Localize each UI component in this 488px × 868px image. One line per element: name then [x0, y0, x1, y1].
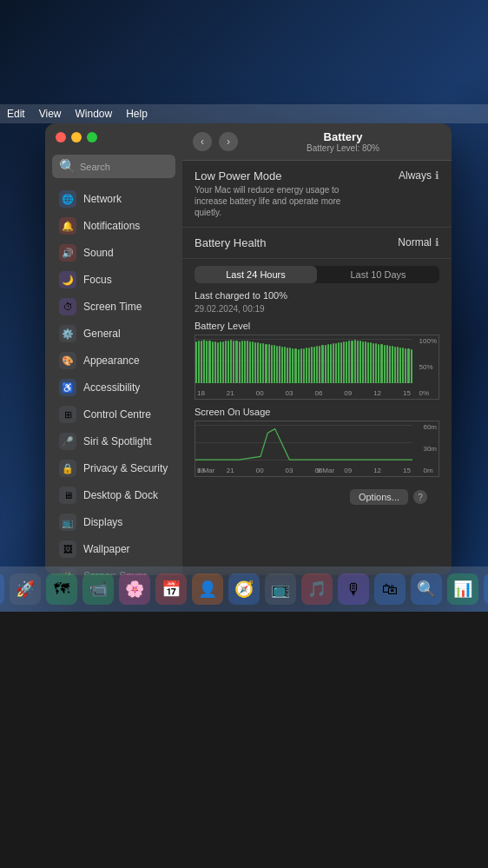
- battery-bar: [394, 347, 396, 383]
- maximize-button[interactable]: [87, 132, 97, 142]
- search-input[interactable]: [80, 162, 168, 172]
- battery-bar: [292, 348, 293, 383]
- general-label: General: [83, 328, 121, 340]
- battery-bar: [359, 341, 361, 383]
- battery-bar: [357, 341, 359, 383]
- sidebar-item-desktop[interactable]: 🖥Desktop & Dock: [49, 482, 179, 508]
- battery-bar: [319, 346, 320, 383]
- sidebar-item-network[interactable]: 🌐Network: [49, 186, 179, 212]
- dock-item-facetime[interactable]: 📹: [82, 573, 114, 605]
- battery-bar: [281, 347, 283, 383]
- tab-24h[interactable]: Last 24 Hours: [195, 266, 317, 283]
- menu-edit[interactable]: Edit: [7, 108, 25, 120]
- battery-bar: [260, 343, 261, 383]
- sidebar-item-notifications[interactable]: 🔔Notifications: [49, 213, 179, 239]
- info-icon[interactable]: ℹ: [435, 169, 439, 182]
- battery-bar: [384, 345, 386, 383]
- battery-bar: [235, 341, 237, 383]
- dock-item-podcasts[interactable]: 🎙: [338, 573, 369, 605]
- sidebar-item-wallpaper[interactable]: 🖼Wallpaper: [49, 536, 179, 562]
- menu-help[interactable]: Help: [126, 108, 148, 120]
- battery-bar: [298, 349, 300, 383]
- battery-bar: [254, 342, 256, 383]
- battery-bar: [321, 345, 323, 383]
- sidebar-item-siri[interactable]: 🎤Siri & Spotlight: [49, 428, 179, 454]
- battery-bar: [220, 341, 221, 383]
- options-button[interactable]: Options...: [350, 489, 408, 505]
- battery-bar: [262, 343, 264, 383]
- battery-x-labels: 18 21 00 03 06 09 12 15: [195, 389, 412, 397]
- battery-bar: [399, 348, 401, 383]
- toolbar-title: Battery Battery Level: 80%: [245, 130, 441, 153]
- back-button[interactable]: ‹: [193, 132, 212, 151]
- screen-on-usage-chart: 60m 30m 0m 18 21 00 03 06 09 12 15 8 Mar: [195, 421, 439, 477]
- sidebar-items-container: 🌐Network🔔Notifications🔊Sound🌙Focus⏱Scree…: [45, 185, 182, 575]
- battery-level-chart: 100% 50% 0% 18 21 00 03 06 09 12 15: [195, 335, 439, 400]
- low-power-mode-desc: Your Mac will reduce energy usage to inc…: [195, 184, 368, 218]
- sidebar-item-accessibility[interactable]: ♿Accessibility: [49, 374, 179, 401]
- search-icon: 🔍: [59, 158, 76, 175]
- battery-bar: [265, 344, 267, 383]
- notifications-icon: 🔔: [59, 217, 76, 235]
- battery-bar: [346, 341, 347, 383]
- privacy-label: Privacy & Security: [83, 462, 168, 474]
- dock-item-word[interactable]: 📝: [484, 573, 488, 605]
- sidebar-item-control-centre[interactable]: ⊞Control Centre: [49, 401, 179, 427]
- tab-10d[interactable]: Last 10 Days: [317, 266, 439, 283]
- battery-bar: [333, 343, 334, 383]
- search-box[interactable]: 🔍: [52, 155, 175, 178]
- menu-window[interactable]: Window: [75, 108, 112, 120]
- sidebar-item-appearance[interactable]: 🎨Appearance: [49, 348, 179, 374]
- sidebar-item-general[interactable]: ⚙️General: [49, 321, 179, 347]
- desktop-icon: 🖥: [59, 487, 76, 504]
- battery-bar: [233, 341, 234, 383]
- forward-button[interactable]: ›: [219, 132, 238, 151]
- battery-health-info-icon[interactable]: ℹ: [435, 236, 439, 248]
- wallpaper-label: Wallpaper: [83, 543, 130, 555]
- battery-bar: [241, 341, 243, 383]
- dock-item-music[interactable]: 🎵: [301, 573, 333, 605]
- battery-bar: [405, 348, 406, 383]
- dock-item-photos[interactable]: 🌸: [119, 573, 150, 605]
- battery-bar: [343, 341, 345, 383]
- dock-item-calendar[interactable]: 📅: [155, 573, 187, 605]
- sidebar-item-focus[interactable]: 🌙Focus: [49, 267, 179, 293]
- sidebar-item-displays[interactable]: 📺Displays: [49, 509, 179, 535]
- battery-bar: [370, 342, 372, 383]
- sidebar-item-screen-time[interactable]: ⏱Screen Time: [49, 294, 179, 320]
- dock-item-finder[interactable]: 🔍: [411, 573, 442, 605]
- main-content: ‹ › Battery Battery Level: 80% Low Power…: [182, 123, 452, 575]
- screen-time-label: Screen Time: [83, 301, 142, 313]
- battery-bar: [289, 348, 291, 383]
- battery-bar: [195, 341, 197, 383]
- close-button[interactable]: [56, 132, 66, 142]
- battery-bar: [257, 342, 259, 383]
- battery-bar: [294, 348, 296, 383]
- battery-bar: [217, 342, 219, 383]
- appearance-label: Appearance: [83, 354, 140, 367]
- dock-item-excel[interactable]: 📊: [447, 573, 478, 605]
- dock-item-maps[interactable]: 🗺: [46, 573, 77, 605]
- last-charged-date: 29.02.2024, 00:19: [195, 304, 439, 314]
- menu-view[interactable]: View: [39, 108, 62, 120]
- battery-y-labels: 100% 50% 0%: [419, 335, 437, 399]
- dock-item-launchpad[interactable]: 🚀: [10, 573, 41, 605]
- sidebar-item-privacy[interactable]: 🔒Privacy & Security: [49, 455, 179, 481]
- toolbar: ‹ › Battery Battery Level: 80%: [182, 123, 452, 161]
- battery-bars: [195, 339, 412, 383]
- sound-icon: 🔊: [59, 244, 76, 262]
- minimize-button[interactable]: [71, 132, 82, 142]
- sidebar-item-sound[interactable]: 🔊Sound: [49, 240, 179, 266]
- dock-item-appstore[interactable]: 🛍: [374, 573, 406, 605]
- battery-bar: [274, 345, 275, 383]
- battery-bar: [327, 344, 329, 383]
- control-centre-label: Control Centre: [83, 408, 151, 421]
- dock-item-tv[interactable]: 📺: [265, 573, 296, 605]
- dock-item-safari[interactable]: 🧭: [228, 573, 260, 605]
- battery-bar: [239, 341, 241, 383]
- low-power-mode-value: Always ℹ: [399, 169, 439, 182]
- dock-item-mail[interactable]: ✉️: [0, 573, 4, 605]
- dock-item-contacts[interactable]: 👤: [192, 573, 223, 605]
- help-button[interactable]: ?: [413, 490, 427, 504]
- general-icon: ⚙️: [59, 325, 76, 342]
